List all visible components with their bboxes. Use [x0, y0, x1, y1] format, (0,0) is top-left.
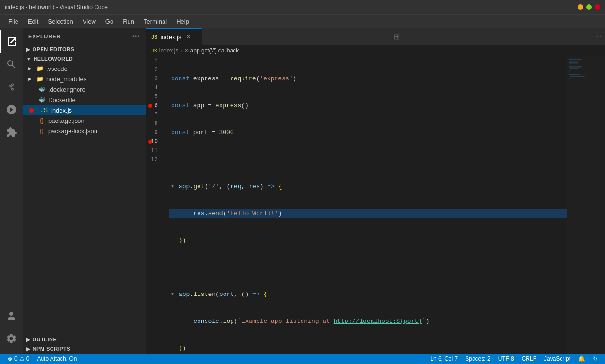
fold-arrow-5[interactable]: ▼ — [171, 182, 179, 191]
tab-more-button[interactable]: ··· — [591, 28, 605, 45]
line-10: 10 — [146, 137, 164, 146]
fold-arrow-9[interactable]: ▼ — [171, 290, 179, 299]
menu-selection[interactable]: Selection — [44, 16, 77, 27]
packagelockjson-label: package-lock.json — [48, 128, 97, 135]
open-editors-label: OPEN EDITORS — [33, 46, 75, 52]
status-position[interactable]: Ln 6, Col 7 — [426, 354, 461, 364]
activity-extensions[interactable] — [0, 121, 23, 144]
line-2: 2 — [146, 65, 164, 74]
activity-run-debug[interactable] — [0, 98, 23, 121]
titlebar: index.js - helloworld - Visual Studio Co… — [0, 0, 605, 14]
helloworld-chevron: ▼ — [26, 56, 31, 61]
activity-account[interactable] — [0, 304, 23, 327]
activitybar — [0, 28, 23, 354]
sidebar-header: EXPLORER ··· — [23, 28, 146, 44]
code-content[interactable]: const express = require('express') const… — [169, 56, 567, 354]
sidebar-more-button[interactable]: ··· — [132, 32, 140, 41]
menu-view[interactable]: View — [79, 16, 100, 27]
encoding-label: UTF-8 — [498, 355, 514, 362]
breadcrumb-file[interactable]: index.js — [159, 47, 179, 54]
close-button[interactable] — [595, 4, 600, 10]
menu-terminal[interactable]: Terminal — [140, 16, 171, 27]
indexjs-icon: JS — [41, 106, 48, 114]
file-node-modules[interactable]: ▶ 📁 node_modules — [23, 74, 146, 84]
breadcrumb: JS index.js › ⊙ app.get('/') callback — [146, 45, 605, 56]
node-modules-label: node_modules — [46, 76, 86, 83]
split-editor-button[interactable]: ⊞ — [390, 28, 404, 45]
menubar: File Edit Selection View Go Run Terminal… — [0, 14, 605, 28]
position-label: Ln 6, Col 7 — [430, 355, 458, 362]
outline-header[interactable]: ▶ Outline — [23, 335, 146, 344]
file-packagejson[interactable]: {} package.json — [23, 115, 146, 126]
code-line-4 — [169, 155, 567, 164]
line-7: 7 — [146, 110, 164, 119]
folder-icon: 📁 — [36, 65, 43, 72]
status-sync[interactable]: ↻ — [589, 354, 601, 364]
status-language[interactable]: JavaScript — [540, 354, 574, 364]
activity-source-control[interactable] — [0, 76, 23, 98]
packagejson-label: package.json — [48, 117, 85, 124]
file-indexjs[interactable]: JS index.js — [23, 105, 146, 115]
outline-label: Outline — [33, 337, 57, 342]
vscode-label: .vscode — [46, 65, 68, 72]
minimize-button[interactable] — [578, 4, 583, 10]
line-8: 8 — [146, 119, 164, 128]
code-line-2: const app = express() — [169, 101, 567, 110]
status-encoding[interactable]: UTF-8 — [494, 354, 518, 364]
menu-go[interactable]: Go — [102, 16, 117, 27]
code-line-6: res.send('Hello World!') — [169, 209, 567, 218]
status-auto-attach[interactable]: Auto Attach: On — [33, 354, 80, 364]
menu-file[interactable]: File — [5, 16, 22, 27]
file-dockerignore[interactable]: 🐳 .dockerignore — [23, 84, 146, 95]
dockerfile-label: Dockerfile — [48, 96, 76, 104]
status-spaces[interactable]: Spaces: 2 — [461, 354, 494, 364]
status-bell[interactable]: 🔔 — [574, 354, 589, 364]
npm-chevron: ▶ — [26, 347, 31, 352]
open-editors-chevron: ▶ — [26, 47, 31, 52]
code-line-3: const port = 3000 — [169, 128, 567, 137]
activity-search[interactable] — [0, 53, 23, 76]
npm-scripts-header[interactable]: ▶ NPM Scripts — [23, 344, 146, 354]
breakpoint-line10 — [148, 140, 152, 144]
spaces-label: Spaces: 2 — [465, 355, 490, 362]
auto-attach-label: Auto Attach: On — [37, 355, 77, 362]
file-packagelockjson[interactable]: {} package-lock.json — [23, 126, 146, 136]
titlebar-title: index.js - helloworld - Visual Studio Co… — [5, 4, 108, 10]
helloworld-header[interactable]: ▼ HELLOWORLD — [23, 54, 146, 63]
line-5: 5 — [146, 92, 164, 101]
line-numbers: 1 2 3 4 5 6 7 8 9 10 11 12 — [146, 56, 169, 354]
menu-help[interactable]: Help — [173, 16, 193, 27]
outline-chevron: ▶ — [26, 337, 31, 342]
statusbar: ⊗ 0 ⚠ 0 Auto Attach: On Ln 6, Col 7 Spac… — [0, 354, 605, 364]
code-editor[interactable]: 1 2 3 4 5 6 7 8 9 10 11 12 — [146, 56, 605, 354]
menu-edit[interactable]: Edit — [24, 16, 42, 27]
explorer-label: EXPLORER — [28, 34, 61, 39]
breakpoint-indicator — [29, 108, 34, 113]
vscode-chevron: ▶ — [28, 66, 33, 71]
tab-indexjs-icon: JS — [151, 34, 157, 40]
code-line-8 — [169, 263, 567, 272]
eol-label: CRLF — [522, 355, 536, 362]
menu-run[interactable]: Run — [119, 16, 138, 27]
line-3: 3 — [146, 74, 164, 83]
language-label: JavaScript — [544, 355, 570, 362]
open-editors-header[interactable]: ▶ OPEN EDITORS — [23, 44, 146, 54]
tab-close-button[interactable]: × — [186, 33, 190, 41]
code-line-9: ▼app.listen(port, () => { — [169, 290, 567, 299]
error-icon: ⊗ — [8, 355, 12, 362]
activity-explorer[interactable] — [0, 30, 23, 53]
sidebar-bottom-sections: ▶ Outline ▶ NPM Scripts — [23, 333, 146, 354]
activity-settings[interactable] — [0, 327, 23, 350]
indexjs-label: index.js — [51, 107, 72, 114]
status-eol[interactable]: CRLF — [518, 354, 540, 364]
tab-indexjs[interactable]: JS index.js × — [146, 28, 202, 45]
file-vscode[interactable]: ▶ 📁 .vscode — [23, 63, 146, 74]
status-errors[interactable]: ⊗ 0 ⚠ 0 — [4, 354, 33, 364]
packagelockjson-icon: {} — [38, 127, 45, 135]
tabs-bar: JS index.js × ⊞ ··· — [146, 28, 605, 45]
open-editors-section: ▶ OPEN EDITORS — [23, 44, 146, 54]
file-dockerfile[interactable]: 🐳 Dockerfile — [23, 95, 146, 105]
breadcrumb-symbol[interactable]: app.get('/') callback — [190, 47, 239, 54]
packagejson-icon: {} — [38, 117, 45, 124]
maximize-button[interactable] — [586, 4, 592, 10]
